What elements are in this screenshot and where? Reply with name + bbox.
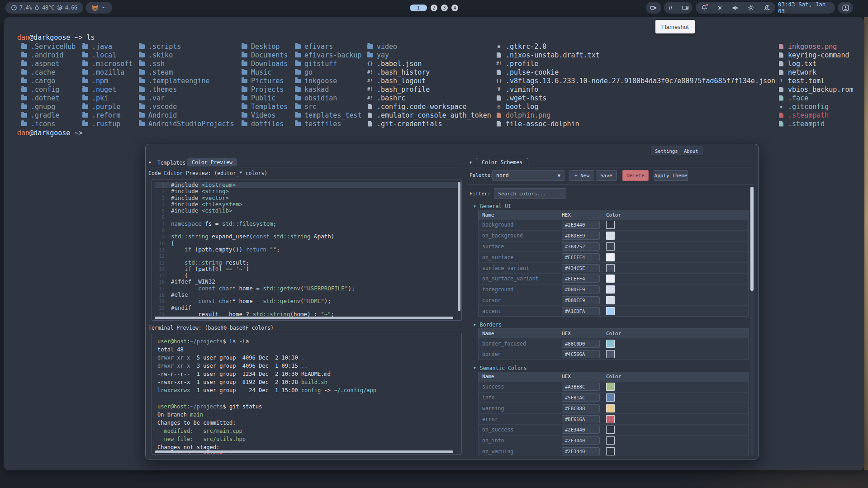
ls-item: Templates — [241, 102, 288, 111]
ls-item: video — [367, 42, 491, 51]
color-swatch[interactable] — [606, 264, 615, 272]
night-light-off-icon[interactable] — [764, 5, 770, 11]
hex-value-field[interactable]: #ECEFF4 — [562, 253, 600, 261]
section-title[interactable]: ▼General UI — [467, 203, 755, 210]
color-swatch[interactable] — [606, 307, 615, 315]
color-swatch-cell — [602, 426, 748, 434]
hex-value-field[interactable]: #4C566A — [562, 350, 600, 358]
tab-templates[interactable]: Templates — [157, 160, 185, 166]
search-colors-input[interactable] — [494, 188, 566, 199]
editor-hscrollbar[interactable] — [155, 317, 453, 319]
color-table: NameHEXColorbackground#2E3440on_backgrou… — [478, 210, 749, 317]
folder-icon — [82, 70, 88, 75]
hex-value-field[interactable]: #BF616A — [562, 415, 600, 423]
workspace-3[interactable]: 3 — [441, 5, 448, 11]
section-title[interactable]: ▼Semantic Colors — [467, 365, 755, 372]
folder-icon — [138, 79, 145, 83]
collapse-arrow-icon[interactable]: ▼ — [474, 366, 476, 370]
apply-theme-button[interactable]: Apply Theme — [654, 170, 688, 181]
palette-select[interactable]: nord ▼ — [492, 170, 564, 181]
launcher[interactable]: ~ — [86, 2, 112, 14]
color-swatch[interactable] — [606, 253, 615, 261]
section-title[interactable]: ▼Borders — [467, 321, 755, 328]
color-swatch[interactable] — [606, 340, 615, 348]
ls-column: inkgoose.pngkeyring-commandlog.txtnetwor… — [778, 42, 854, 128]
brightness-sun-icon[interactable] — [748, 5, 754, 11]
folder-icon — [138, 113, 145, 118]
wallpaper — [864, 17, 868, 470]
color-swatch[interactable] — [606, 242, 615, 251]
folder-icon — [138, 53, 145, 57]
collapse-arrow-icon[interactable]: ▼ — [470, 161, 472, 165]
about-button[interactable]: About — [680, 147, 702, 155]
ls-item-label: .face — [788, 94, 808, 102]
delete-button[interactable]: Delete — [622, 170, 649, 181]
hex-value-field[interactable]: #EBCB8B — [562, 404, 600, 412]
ls-item: inkgoose — [294, 76, 361, 85]
hex-value-field[interactable]: #2E3440 — [562, 447, 600, 455]
color-name: info — [479, 394, 558, 401]
screen-record-button[interactable] — [646, 2, 661, 14]
terminal-line: user@host:~/projects$ git status — [157, 403, 456, 411]
workspace-4[interactable]: 4 — [451, 5, 458, 11]
color-swatch[interactable] — [606, 415, 615, 423]
color-swatch[interactable] — [606, 426, 615, 434]
color-swatch[interactable] — [606, 285, 615, 294]
hex-value-field[interactable]: #D8DEE9 — [562, 296, 600, 304]
color-swatch[interactable] — [606, 436, 615, 445]
volume-icon[interactable] — [732, 5, 738, 11]
panel-scrollbar-thumb[interactable] — [750, 187, 754, 291]
ls-item-label: Templates — [251, 103, 288, 111]
editor-vscrollbar[interactable] — [458, 182, 460, 311]
workspace-1[interactable]: 1 — [410, 5, 427, 11]
hex-value-field[interactable]: #2E3440 — [562, 436, 600, 445]
hex-value-field[interactable]: #D8DEE9 — [562, 232, 600, 240]
json-icon: {} — [496, 78, 502, 84]
tab-color-preview[interactable]: Color Preview — [187, 158, 237, 166]
terminal-hscrollbar[interactable] — [155, 450, 453, 453]
collapse-arrow-icon[interactable]: ▼ — [474, 204, 476, 208]
line-number: 20 — [155, 305, 165, 311]
folder-icon — [138, 62, 145, 66]
collapse-arrow-icon[interactable]: ▼ — [149, 161, 151, 165]
hex-value-field[interactable]: #ECEFF4 — [562, 275, 600, 283]
color-swatch[interactable] — [606, 350, 615, 358]
folder-icon — [241, 96, 247, 100]
color-swatch[interactable] — [606, 404, 615, 412]
code-line: 16#ifdef _WIN32 — [155, 279, 459, 285]
hex-value-field[interactable]: #3B4252 — [562, 242, 600, 251]
hex-value-field[interactable]: #434C5E — [562, 264, 600, 272]
airplane-off-icon[interactable] — [717, 5, 723, 11]
color-swatch[interactable] — [606, 275, 615, 283]
file-icon — [778, 87, 784, 92]
hex-value-field[interactable]: #2E3440 — [562, 426, 600, 434]
power-button[interactable] — [838, 2, 853, 14]
settings-button[interactable]: Settings — [651, 147, 682, 155]
color-swatch[interactable] — [606, 447, 615, 455]
color-swatch[interactable] — [606, 393, 615, 402]
waves-icon[interactable] — [667, 5, 673, 11]
workspace-2[interactable]: 2 — [431, 5, 437, 11]
hex-value-field[interactable]: #A3BE8C — [562, 383, 600, 391]
color-swatch[interactable] — [606, 221, 615, 229]
color-swatch[interactable] — [606, 232, 615, 240]
color-swatch[interactable] — [606, 383, 615, 391]
tab-color-schemes[interactable]: Color Schemes — [476, 158, 528, 167]
collapse-arrow-icon[interactable]: ▼ — [474, 323, 476, 327]
clock[interactable]: 03:43 Sat, Jan 03 — [778, 2, 835, 14]
hex-value-field[interactable]: #2E3440 — [562, 221, 600, 229]
code-line: 5#include <cstdlib> — [155, 208, 459, 214]
hex-value-field[interactable]: #D8DEE9 — [562, 285, 600, 294]
notifications-bell-icon[interactable] — [701, 5, 707, 11]
hex-value-field[interactable]: #A1CDFA — [562, 307, 600, 315]
color-swatch[interactable] — [606, 296, 615, 304]
save-button[interactable]: Save — [596, 170, 617, 181]
screen-lock-icon[interactable] — [682, 5, 689, 11]
hex-value-field[interactable]: #88C0D0 — [562, 340, 600, 348]
new-palette-button[interactable]: + New — [569, 170, 594, 181]
chevron-down-icon: ▼ — [557, 173, 560, 179]
ls-item: templates_test — [294, 111, 361, 119]
folder-icon — [82, 113, 88, 118]
hex-value-field[interactable]: #5E81AC — [562, 393, 600, 402]
color-section: ▼BordersNameHEXColorborder_focused#88C0D… — [467, 321, 755, 360]
